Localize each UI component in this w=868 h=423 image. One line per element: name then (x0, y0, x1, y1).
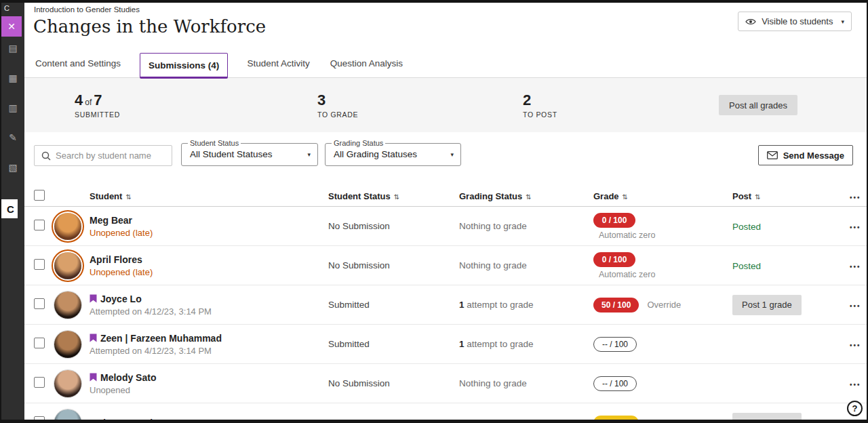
grading-status-select[interactable]: Grading Status All Grading Statuses ▾ (325, 143, 461, 166)
bookmark-icon (90, 294, 97, 303)
tab-content-and-settings[interactable]: Content and Settings (34, 58, 122, 77)
avatar (54, 252, 81, 279)
post-grade-button[interactable]: Post 1 grade (732, 413, 802, 423)
student-name[interactable]: April Flores (90, 254, 142, 265)
help-button[interactable]: ? (847, 401, 863, 416)
overflow-menu-icon[interactable]: ••• (832, 302, 861, 310)
student-name[interactable]: Arden Tuomala (90, 418, 158, 423)
bookmark-icon (90, 334, 97, 342)
column-header-post[interactable]: Post⇅ (732, 191, 832, 201)
calculator-icon[interactable]: ▦ (8, 73, 17, 83)
sort-icon: ⇅ (755, 193, 760, 201)
breadcrumb[interactable]: Introduction to Gender Studies (34, 5, 140, 14)
student-subtext: Unopened (late) (90, 267, 328, 277)
envelope-icon (767, 151, 778, 159)
row-checkbox[interactable] (34, 298, 45, 309)
student-name[interactable]: Meg Bear (90, 215, 132, 226)
rail-letter-mid: C (1, 199, 18, 218)
submitted-of: of (85, 98, 92, 107)
stat-to-grade: 3 TO GRADE (317, 92, 523, 119)
submitted-label: SUBMITTED (75, 110, 317, 119)
column-header-student-status[interactable]: Student Status⇅ (328, 191, 459, 201)
overflow-menu-icon[interactable]: ••• (832, 420, 861, 423)
student-status-value: No Submission (328, 221, 459, 231)
page-header: Introduction to Gender Studies Changes i… (24, 3, 867, 50)
student-subtext: Attempted on 4/12/23, 3:14 PM (90, 346, 328, 356)
row-checkbox[interactable] (34, 338, 45, 348)
grade-pill[interactable]: 70 / 100 (593, 416, 639, 423)
close-icon: ✕ (7, 21, 16, 32)
to-post-count: 2 (523, 92, 531, 108)
send-message-button[interactable]: Send Message (758, 145, 853, 165)
row-checkbox[interactable] (34, 259, 45, 270)
sort-icon: ⇅ (526, 193, 531, 201)
post-all-grades-button[interactable]: Post all grades (719, 95, 797, 115)
grade-pill[interactable]: 0 / 100 (593, 213, 635, 228)
table-row: Meg Bear Unopened (late) No Submission N… (24, 207, 867, 246)
student-status-value: Submitted (328, 300, 459, 310)
avatar (54, 370, 81, 397)
avatar (54, 291, 81, 319)
to-grade-count: 3 (317, 92, 326, 108)
overflow-menu-icon[interactable]: ••• (832, 342, 861, 349)
table-row: Arden Tuomala Submitted Nothing to grade… (24, 403, 867, 423)
column-header-student[interactable]: Student⇅ (90, 191, 328, 201)
row-checkbox[interactable] (34, 416, 45, 423)
stat-submitted: 4of7 SUBMITTED (75, 92, 317, 119)
table-header: Student⇅ Student Status⇅ Grading Status⇅… (24, 186, 867, 207)
rail-letter-top: C (1, 3, 24, 12)
app-window: C ✕ ▤ ▦ ▥ ✎ ▧ C Introduction to Gender S… (0, 0, 868, 423)
bookmark-icon (90, 373, 97, 382)
document-icon[interactable]: ▥ (8, 103, 17, 113)
column-header-grading-status[interactable]: Grading Status⇅ (459, 191, 593, 201)
overflow-menu-icon[interactable]: ••• (832, 263, 861, 270)
grading-status-value: 1 attempt to grade (459, 300, 593, 310)
grade-note: Automatic zero (593, 230, 732, 240)
search-icon (41, 151, 51, 161)
student-status-value: No Submission (328, 260, 459, 270)
grade-pill[interactable]: -- / 100 (593, 337, 637, 352)
row-checkbox[interactable] (34, 377, 45, 388)
pencil-icon[interactable]: ✎ (9, 133, 17, 142)
grade-pill[interactable]: -- / 100 (593, 376, 637, 391)
grade-pill[interactable]: 50 / 100 (593, 298, 639, 313)
visibility-dropdown-button[interactable]: Visible to students ▾ (738, 12, 852, 31)
student-name[interactable]: Melody Sato (100, 372, 156, 383)
student-status-select[interactable]: Student Status All Student Statuses ▾ (181, 143, 318, 166)
stats-bar: 4of7 SUBMITTED 3 TO GRADE 2 TO POST Post… (24, 78, 867, 132)
student-name[interactable]: Joyce Lo (100, 294, 142, 304)
stat-to-post: 2 TO POST (523, 92, 557, 119)
tab-question-analysis[interactable]: Question Analysis (329, 58, 404, 77)
table-row: Joyce Lo Attempted on 4/12/23, 3:14 PM S… (24, 285, 867, 325)
grade-pill[interactable]: 0 / 100 (593, 252, 635, 267)
archive-icon[interactable]: ▤ (8, 43, 17, 53)
posted-label: Posted (732, 261, 761, 271)
table-body: Meg Bear Unopened (late) No Submission N… (24, 207, 867, 423)
overflow-menu-icon[interactable]: ••• (832, 224, 861, 231)
close-panel-button[interactable]: ✕ (1, 16, 22, 37)
tab-submissions[interactable]: Submissions (4) (140, 53, 228, 79)
grades-table: Student⇅ Student Status⇅ Grading Status⇅… (24, 186, 867, 423)
avatar (54, 213, 81, 240)
visibility-label: Visible to students (762, 16, 833, 26)
post-grade-button[interactable]: Post 1 grade (732, 295, 802, 315)
row-checkbox[interactable] (34, 220, 45, 230)
column-header-grade[interactable]: Grade⇅ (593, 191, 732, 201)
chevron-down-icon: ▾ (841, 18, 844, 25)
clipboard-icon[interactable]: ▧ (8, 163, 17, 172)
grading-status-value: 1 attempt to grade (459, 339, 593, 349)
sort-icon: ⇅ (623, 193, 628, 201)
overflow-menu-icon[interactable]: ••• (832, 194, 861, 201)
to-grade-label: TO GRADE (317, 110, 523, 119)
tab-student-activity[interactable]: Student Activity (245, 58, 311, 77)
select-all-checkbox[interactable] (34, 190, 45, 201)
search-input[interactable] (56, 150, 164, 161)
grading-status-value: Nothing to grade (459, 418, 593, 423)
table-row: Melody Sato Unopened No Submission Nothi… (24, 364, 867, 403)
avatar (54, 409, 81, 423)
grading-status-value: Nothing to grade (459, 221, 593, 231)
overflow-menu-icon[interactable]: ••• (832, 381, 861, 388)
posted-label: Posted (732, 222, 761, 232)
student-name[interactable]: Zeen | Farzeen Muhammad (100, 333, 222, 344)
student-status-select-label: Student Status (188, 139, 241, 147)
